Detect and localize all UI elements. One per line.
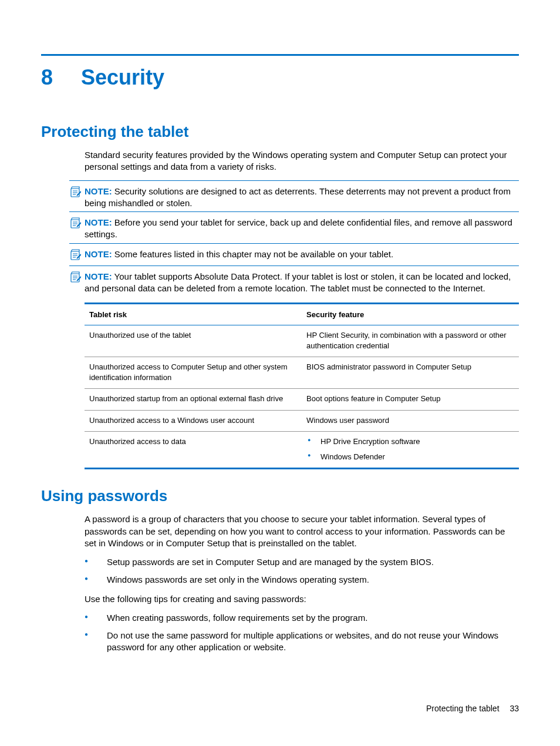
note-block: NOTE: Your tablet supports Absolute Data…	[69, 268, 519, 295]
note-label: NOTE:	[85, 186, 112, 196]
table-header-feature: Security feature	[302, 304, 519, 325]
footer-section: Protecting the tablet	[426, 704, 500, 713]
top-rule	[41, 54, 519, 56]
note-text: NOTE: Before you send your tablet for se…	[85, 217, 519, 241]
table-cell-risk: Unauthorized access to data	[85, 432, 302, 469]
note-label: NOTE:	[85, 249, 112, 259]
feature-list: HP Drive Encryption software Windows Def…	[306, 436, 514, 462]
table-row: Unauthorized startup from an optional ex…	[85, 389, 519, 411]
note-rule	[69, 243, 519, 244]
note-icon	[69, 271, 82, 285]
table-cell-feature: Boot options feature in Computer Setup	[302, 389, 519, 411]
note-text: NOTE: Your tablet supports Absolute Data…	[85, 271, 519, 295]
note-rule	[69, 211, 519, 212]
note-rule	[69, 266, 519, 266]
intro-block: Standard security features provided by t…	[85, 149, 519, 173]
note-rule	[69, 180, 519, 181]
intro-text: Standard security features provided by t…	[85, 149, 519, 173]
feature-list-item: Windows Defender	[306, 452, 514, 462]
table-row: Unauthorized access to Computer Setup an…	[85, 357, 519, 389]
note-body: Security solutions are designed to act a…	[85, 186, 511, 208]
chapter-number: 8	[41, 65, 53, 90]
table-cell-feature: HP Client Security, in combination with …	[302, 325, 519, 357]
footer-page-number: 33	[510, 704, 519, 713]
note-icon	[69, 186, 82, 200]
table-cell-risk: Unauthorized startup from an optional ex…	[85, 389, 302, 411]
table-cell-risk: Unauthorized access to Computer Setup an…	[85, 357, 302, 389]
note-icon	[69, 217, 82, 231]
table-header-risk: Tablet risk	[85, 304, 302, 325]
chapter-title: Security	[81, 65, 164, 90]
list-item: When creating passwords, follow requirem…	[85, 612, 519, 624]
tips-intro: Use the following tips for creating and …	[85, 593, 519, 605]
note-block: NOTE: Some features listed in this chapt…	[69, 246, 519, 263]
security-table-wrap: Tablet risk Security feature Unauthorize…	[85, 303, 519, 469]
table-cell-feature: Windows user password	[302, 410, 519, 432]
list-item: Windows passwords are set only in the Wi…	[85, 574, 519, 586]
table-row: Unauthorized access to a Windows user ac…	[85, 410, 519, 432]
table-cell-risk: Unauthorized use of the tablet	[85, 325, 302, 357]
table-cell-risk: Unauthorized access to a Windows user ac…	[85, 410, 302, 432]
passwords-intro: A password is a group of characters that…	[85, 513, 519, 549]
bullet-list-1: Setup passwords are set in Computer Setu…	[85, 556, 519, 586]
note-text: NOTE: Security solutions are designed to…	[85, 186, 519, 210]
table-cell-feature: HP Drive Encryption software Windows Def…	[302, 432, 519, 469]
security-table: Tablet risk Security feature Unauthorize…	[85, 303, 519, 469]
note-body: Before you send your tablet for service,…	[85, 217, 512, 239]
note-block: NOTE: Before you send your tablet for se…	[69, 214, 519, 241]
note-body: Some features listed in this chapter may…	[112, 249, 393, 259]
section-heading-protecting: Protecting the tablet	[41, 123, 519, 141]
note-icon	[69, 249, 82, 263]
note-block: NOTE: Security solutions are designed to…	[69, 183, 519, 210]
bullet-list-2: When creating passwords, follow requirem…	[85, 612, 519, 654]
table-row: Unauthorized use of the tablet HP Client…	[85, 325, 519, 357]
note-text: NOTE: Some features listed in this chapt…	[85, 248, 393, 260]
table-cell-feature: BIOS administrator password in Computer …	[302, 357, 519, 389]
list-item: Setup passwords are set in Computer Setu…	[85, 556, 519, 568]
table-row: Unauthorized access to data HP Drive Enc…	[85, 432, 519, 469]
note-label: NOTE:	[85, 271, 112, 281]
tips-intro-block: Use the following tips for creating and …	[85, 593, 519, 605]
section-heading-passwords: Using passwords	[41, 487, 519, 505]
passwords-intro-block: A password is a group of characters that…	[85, 513, 519, 549]
list-item: Do not use the same password for multipl…	[85, 630, 519, 654]
feature-list-item: HP Drive Encryption software	[306, 436, 514, 447]
note-body: Your tablet supports Absolute Data Prote…	[85, 271, 511, 293]
chapter-header: 8 Security	[41, 65, 519, 90]
page-footer: Protecting the tablet 33	[426, 704, 519, 713]
note-label: NOTE:	[85, 217, 112, 227]
